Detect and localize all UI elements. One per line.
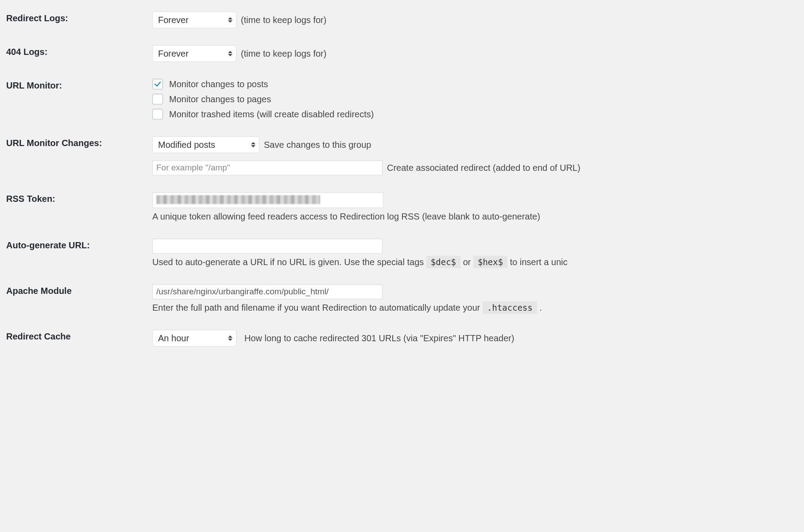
rss-token-input[interactable] — [152, 192, 383, 208]
label-redirect-cache: Redirect Cache — [6, 332, 71, 341]
updown-caret-icon — [251, 142, 255, 147]
rss-token-desc: A unique token allowing feed readers acc… — [152, 212, 800, 222]
redacted-content — [156, 195, 320, 204]
apache-desc-pre: Enter the full path and filename if you … — [152, 303, 483, 312]
row-rss-token: RSS Token: A unique token allowing feed … — [6, 186, 804, 232]
label-url-monitor-changes: URL Monitor Changes: — [6, 138, 102, 148]
logs-404-select[interactable]: Forever — [152, 45, 236, 62]
associated-redirect-hint: Create associated redirect (added to end… — [383, 163, 580, 173]
row-url-monitor: URL Monitor: Monitor changes to posts Mo… — [6, 73, 804, 130]
row-404-logs: 404 Logs: Forever (time to keep logs for… — [6, 39, 804, 73]
apache-module-input[interactable] — [152, 284, 383, 299]
row-redirect-logs: Redirect Logs: Forever (time to keep log… — [6, 5, 804, 39]
row-apache-module: Apache Module Enter the full path and fi… — [6, 278, 804, 324]
label-404-logs: 404 Logs: — [6, 47, 47, 57]
updown-caret-icon — [228, 17, 232, 23]
monitor-group-hint: Save changes to this group — [259, 140, 371, 150]
updown-caret-icon — [228, 335, 232, 341]
label-url-monitor: URL Monitor: — [6, 81, 62, 90]
label-autogen-url: Auto-generate URL: — [6, 240, 90, 250]
check-icon — [154, 80, 162, 88]
settings-form: Redirect Logs: Forever (time to keep log… — [0, 0, 804, 532]
label-apache-module: Apache Module — [6, 286, 72, 296]
row-autogen-url: Auto-generate URL: Used to auto-generate… — [6, 232, 804, 278]
monitor-group-select[interactable]: Modified posts — [152, 136, 259, 153]
redirect-logs-select[interactable]: Forever — [152, 12, 236, 28]
apache-desc-post: . — [540, 303, 542, 312]
checkbox-monitor-pages-label: Monitor changes to pages — [169, 94, 271, 104]
redirect-cache-select[interactable]: An hour — [152, 330, 236, 347]
autogen-url-input[interactable] — [152, 239, 383, 254]
redirect-cache-select-value: An hour — [158, 333, 189, 343]
updown-caret-icon — [228, 51, 232, 56]
monitor-group-select-value: Modified posts — [158, 140, 215, 150]
checkbox-monitor-trash[interactable] — [152, 109, 163, 120]
form-table: Redirect Logs: Forever (time to keep log… — [6, 5, 804, 357]
autogen-url-desc: Used to auto-generate a URL if no URL is… — [152, 257, 800, 267]
logs-404-select-value: Forever — [158, 49, 189, 59]
label-rss-token: RSS Token: — [6, 194, 55, 204]
checkbox-monitor-posts[interactable] — [152, 79, 163, 89]
row-url-monitor-changes: URL Monitor Changes: Modified posts Save… — [6, 130, 804, 186]
label-redirect-logs: Redirect Logs: — [6, 13, 68, 23]
autogen-desc-pre: Used to auto-generate a URL if no URL is… — [152, 257, 426, 267]
tag-dec: $dec$ — [426, 256, 460, 268]
autogen-desc-post: to insert a unic — [510, 257, 568, 267]
tag-htaccess: .htaccess — [483, 301, 537, 314]
apache-module-desc: Enter the full path and filename if you … — [152, 303, 800, 313]
redirect-logs-hint: (time to keep logs for) — [236, 15, 326, 25]
row-redirect-cache: Redirect Cache An hour How long to cache… — [6, 324, 804, 357]
redirect-logs-select-value: Forever — [158, 15, 189, 25]
checkbox-monitor-trash-label: Monitor trashed items (will create disab… — [169, 109, 374, 120]
associated-redirect-input[interactable] — [152, 160, 383, 175]
redirect-cache-hint: How long to cache redirected 301 URLs (v… — [236, 333, 514, 343]
logs-404-hint: (time to keep logs for) — [236, 49, 326, 59]
checkbox-monitor-pages[interactable] — [152, 94, 163, 104]
autogen-desc-or: or — [463, 257, 473, 267]
tag-hex: $hex$ — [473, 256, 507, 268]
checkbox-monitor-posts-label: Monitor changes to posts — [169, 79, 268, 89]
